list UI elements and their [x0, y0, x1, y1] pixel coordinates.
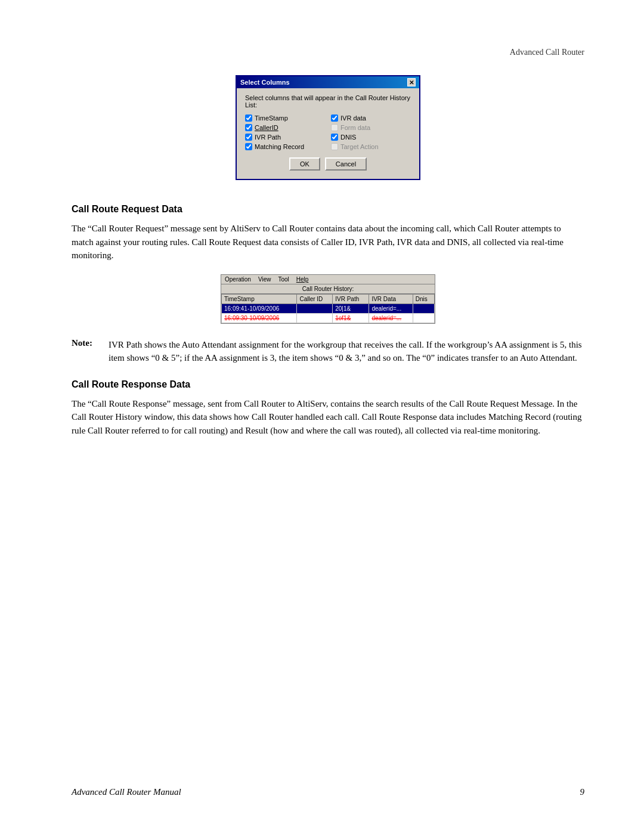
menu-help[interactable]: Help	[296, 276, 309, 283]
dialog-title: Select Columns	[240, 79, 290, 86]
menu-tool[interactable]: Tool	[278, 276, 289, 283]
menu-operation[interactable]: Operation	[225, 276, 251, 283]
checkbox-targetaction-label: Target Action	[340, 143, 379, 150]
history-title: Call Router History:	[221, 284, 435, 294]
history-window: Operation View Tool Help Call Router His…	[221, 274, 435, 324]
checkbox-matchrec: Matching Record	[245, 143, 325, 150]
checkbox-dnis-input[interactable]	[331, 134, 338, 141]
history-wrapper: Operation View Tool Help Call Router His…	[72, 274, 584, 324]
close-icon[interactable]: ✕	[407, 78, 416, 86]
history-menubar: Operation View Tool Help	[221, 275, 435, 284]
page-footer: Advanced Call Router Manual 9	[0, 787, 644, 797]
checkbox-ivrpath: IVR Path	[245, 134, 325, 141]
checkbox-matchrec-input[interactable]	[245, 143, 252, 150]
footer-left: Advanced Call Router Manual	[72, 787, 181, 797]
cancel-button[interactable]: Cancel	[325, 157, 367, 171]
header-title: Advanced Call Router	[510, 48, 584, 57]
col-timestamp: TimeStamp	[222, 294, 297, 304]
checkbox-formdata-label: Form data	[340, 124, 370, 131]
table-row[interactable]: 16:09:30-10/09/2006 1of1& dealerid=...	[222, 313, 435, 323]
checkbox-formdata-input[interactable]	[331, 124, 338, 131]
checkbox-ivrdata-label: IVR data	[340, 114, 366, 122]
history-table: TimeStamp Caller ID IVR Path IVR Data Dn…	[221, 294, 435, 323]
checkbox-timestamp: TimeStamp	[245, 114, 325, 122]
checkbox-targetaction: Target Action	[331, 143, 411, 150]
checkbox-callerid: CallerID	[245, 124, 325, 131]
section2-heading: Call Route Response Data	[72, 379, 584, 390]
checkbox-callerid-label: CallerID	[255, 124, 278, 131]
section2-paragraph: The “Call Route Response” message, sent …	[72, 397, 584, 438]
checkbox-ivrpath-label: IVR Path	[255, 134, 281, 141]
checkbox-dnis-label: DNIS	[340, 134, 356, 141]
col-ivrdata: IVR Data	[369, 294, 413, 304]
checkbox-callerid-input[interactable]	[245, 124, 252, 131]
checkbox-timestamp-input[interactable]	[245, 114, 252, 122]
row2-ivrdata: dealerid=...	[369, 313, 413, 323]
row1-ivrdata: dealerid=...	[369, 304, 413, 313]
table-row[interactable]: 16:09:41-10/09/2006 20|1& dealerid=...	[222, 304, 435, 313]
checkbox-matchrec-label: Matching Record	[255, 143, 304, 150]
note-section: Note: IVR Path shows the Auto Attendant …	[72, 338, 584, 365]
checkbox-ivrpath-input[interactable]	[245, 134, 252, 141]
checkbox-timestamp-label: TimeStamp	[255, 114, 288, 122]
row1-timestamp: 16:09:41-10/09/2006	[222, 304, 297, 313]
ok-button[interactable]: OK	[289, 157, 320, 171]
note-text: IVR Path shows the Auto Attendant assign…	[109, 338, 584, 365]
row2-ivrpath: 1of1&	[333, 313, 369, 323]
checkbox-ivrdata-input[interactable]	[331, 114, 338, 122]
dialog-wrapper: Select Columns ✕ Select columns that wil…	[72, 75, 584, 180]
dialog-instruction: Select columns that will appear in the C…	[245, 94, 411, 109]
checkbox-ivrdata: IVR data	[331, 114, 411, 122]
row1-ivrpath: 20|1&	[333, 304, 369, 313]
col-callerid: Caller ID	[297, 294, 333, 304]
checkbox-dnis: DNIS	[331, 134, 411, 141]
checkbox-grid: TimeStamp IVR data CallerID Form data	[245, 114, 411, 150]
col-dnis: Dnis	[413, 294, 434, 304]
page-header: Advanced Call Router	[72, 48, 584, 57]
col-ivrpath: IVR Path	[333, 294, 369, 304]
row2-dnis	[413, 313, 434, 323]
row2-timestamp: 16:09:30-10/09/2006	[222, 313, 297, 323]
dialog-buttons: OK Cancel	[245, 157, 411, 171]
dialog-titlebar: Select Columns ✕	[237, 76, 419, 88]
section1-heading: Call Route Request Data	[72, 204, 584, 215]
note-label: Note:	[72, 338, 101, 365]
select-columns-dialog: Select Columns ✕ Select columns that wil…	[236, 75, 420, 180]
dialog-content: Select columns that will appear in the C…	[237, 88, 419, 179]
section1-paragraph: The “Call Router Request” message sent b…	[72, 222, 584, 262]
row1-callerid	[297, 304, 333, 313]
footer-page-number: 9	[580, 787, 585, 797]
checkbox-targetaction-input[interactable]	[331, 143, 338, 150]
checkbox-formdata: Form data	[331, 124, 411, 131]
row1-dnis	[413, 304, 434, 313]
page-container: Advanced Call Router Select Columns ✕ Se…	[0, 0, 644, 833]
row2-callerid	[297, 313, 333, 323]
menu-view[interactable]: View	[258, 276, 271, 283]
